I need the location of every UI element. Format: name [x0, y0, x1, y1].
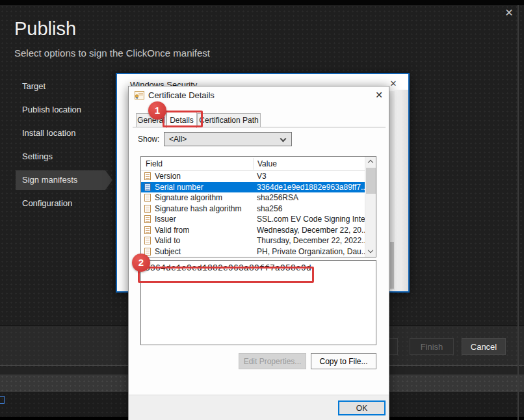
table-header: Field Value — [141, 157, 365, 171]
dialog-edge — [394, 90, 408, 291]
certificate-field-icon — [144, 183, 151, 191]
field-value: SSL.com EV Code Signing Inter... — [257, 215, 365, 224]
table-row[interactable]: Valid to Thursday, December 22, 2022... — [141, 235, 365, 246]
window-top-strip — [0, 0, 524, 5]
table-row[interactable]: Issuer SSL.com EV Code Signing Inter... — [141, 214, 365, 225]
certificate-icon — [135, 91, 144, 99]
sidebar-item-target[interactable]: Target — [16, 77, 105, 96]
column-header-value: Value — [257, 159, 277, 168]
certificate-field-icon — [144, 205, 151, 213]
table-row[interactable]: Version V3 — [141, 171, 365, 182]
page-subtitle: Select options to sign the ClickOnce man… — [14, 47, 210, 59]
sidebar-item-settings[interactable]: Settings — [16, 147, 105, 166]
field-value: sha256RSA — [257, 193, 298, 202]
tab-general[interactable]: General — [136, 113, 166, 127]
status-bar-fragment-icon — [0, 396, 5, 404]
chevron-down-icon — [280, 136, 287, 142]
cancel-button[interactable]: Cancel — [462, 338, 506, 355]
scrollbar-track[interactable] — [365, 157, 376, 257]
field-name: Valid from — [155, 226, 189, 235]
table-rows: Version V3 Serial number 3364de1e9ed1882… — [141, 171, 365, 257]
sidebar-item-sign-manifests[interactable]: Sign manifests — [16, 170, 105, 190]
certificate-details-dialog: Certificate Details ✕ General Details Ce… — [128, 86, 389, 420]
table-row[interactable]: Subject PH, Private Organization, Dau... — [141, 246, 365, 257]
field-name: Signature hash algorithm — [155, 204, 241, 213]
close-icon[interactable]: ✕ — [502, 6, 516, 20]
field-value: Wednesday, December 22, 20... — [257, 226, 365, 235]
sidebar-item-install-location[interactable]: Install location — [16, 124, 105, 143]
field-value: PH, Private Organization, Dau... — [257, 247, 365, 256]
field-value: 3364de1e9ed1882e963a89ff7... — [257, 183, 365, 192]
field-detail-textbox[interactable]: 3364de1e9ed1882e963a89ff7a958e9d — [140, 260, 376, 345]
close-icon[interactable]: ✕ — [373, 89, 385, 101]
certificate-field-icon — [144, 215, 151, 223]
field-name: Valid to — [155, 236, 180, 245]
tab-details[interactable]: Details — [166, 112, 197, 128]
certificate-field-icon — [144, 226, 151, 234]
ok-button[interactable]: OK — [338, 400, 386, 415]
certificate-field-icon — [144, 248, 151, 256]
window-right-edge — [517, 5, 519, 420]
fields-table: Field Value Version V3 Serial number 336… — [140, 156, 376, 257]
field-name: Issuer — [155, 215, 176, 224]
close-icon[interactable]: ✕ — [388, 79, 399, 89]
scroll-down-icon[interactable] — [365, 246, 376, 257]
serial-number-value: 3364de1e9ed1882e963a89ff7a958e9d — [145, 263, 311, 273]
sidebar-item-publish-location[interactable]: Publish location — [16, 100, 105, 120]
show-label: Show: — [138, 135, 159, 144]
tab-certification-path[interactable]: Certification Path — [197, 113, 261, 127]
table-row-selected[interactable]: Serial number 3364de1e9ed1882e963a89ff7.… — [141, 182, 365, 193]
scrollbar-thumb[interactable] — [390, 242, 394, 289]
show-dropdown-value: <All> — [169, 135, 187, 144]
app-window: ✕ Publish Select options to sign the Cli… — [0, 0, 524, 420]
sidebar-item-configuration[interactable]: Configuration — [16, 194, 105, 213]
scrollbar-thumb[interactable] — [366, 168, 376, 194]
show-dropdown[interactable]: <All> — [164, 132, 292, 146]
certificate-field-icon — [144, 194, 151, 202]
certificate-field-icon — [144, 172, 151, 180]
copy-to-file-button[interactable]: Copy to File... — [311, 353, 376, 369]
field-name: Signature algorithm — [155, 193, 222, 202]
field-name: Subject — [155, 247, 181, 256]
scroll-up-icon[interactable] — [365, 157, 376, 167]
edit-properties-button[interactable]: Edit Properties... — [239, 353, 306, 369]
finish-button[interactable]: Finish — [410, 338, 454, 355]
column-header-field: Field — [146, 159, 163, 168]
page-title: Publish — [14, 18, 76, 40]
column-divider — [253, 158, 254, 170]
dialog-title: Certificate Details — [148, 90, 215, 100]
table-row[interactable]: Signature algorithm sha256RSA — [141, 192, 365, 203]
table-row[interactable]: Valid from Wednesday, December 22, 20... — [141, 225, 365, 236]
field-value: sha256 — [257, 204, 282, 213]
table-row[interactable]: Signature hash algorithm sha256 — [141, 203, 365, 215]
field-name: Version — [155, 172, 181, 181]
field-value: V3 — [257, 172, 267, 181]
field-name: Serial number — [155, 183, 203, 192]
certificate-field-icon — [144, 237, 151, 244]
field-value: Thursday, December 22, 2022... — [257, 236, 365, 245]
